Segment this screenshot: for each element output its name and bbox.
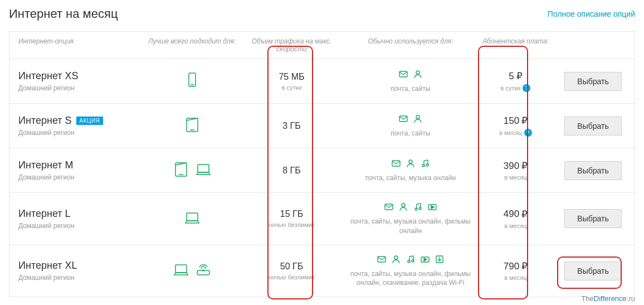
svg-point-27 [203,270,204,271]
laptop-icon [195,160,212,181]
person-icon [413,69,423,81]
table-row: Интернет SАКЦИЯДомашний регион3 ГБпочта,… [9,104,635,148]
traffic-value: 8 ГБ [282,166,301,176]
plan-subtitle: Домашний регион [18,84,75,92]
svg-rect-18 [187,213,198,221]
full-description-link[interactable]: Полное описание опций [548,9,635,18]
svg-point-22 [419,207,421,210]
price-sub: в месяц [504,222,526,229]
select-button[interactable]: Выбрать [564,209,621,228]
mail-icon [377,254,387,266]
svg-rect-2 [399,71,407,77]
music-icon [406,254,416,266]
svg-point-14 [409,160,412,163]
svg-point-31 [412,260,414,262]
music-icon [413,202,423,214]
select-button[interactable]: Выбрать [564,117,621,135]
info-icon[interactable]: ? [524,129,532,137]
usage-text: почта, сайты [391,129,430,138]
select-button[interactable]: Выбрать [564,72,621,91]
traffic-value: 50 ГБ [280,262,303,272]
svg-point-3 [416,71,419,74]
svg-rect-7 [399,116,407,122]
price-value: 390₽ [504,160,528,172]
ruble-icon: ₽ [521,115,528,127]
price-value: 490₽ [504,209,528,220]
ruble-icon: ₽ [521,209,528,220]
col-header-device: Лучше всего подходит для: [142,37,242,53]
plan-subtitle: Домашний регион [18,173,75,181]
phone-icon [184,71,201,91]
laptop-icon [184,209,201,229]
plan-subtitle: Домашний регион [18,274,75,282]
plan-title[interactable]: Интернет L [18,208,71,220]
ruble-icon: ₽ [521,160,528,172]
usage-text: почта, сайты [391,84,430,94]
promo-badge: АКЦИЯ [76,117,104,125]
download-icon [435,254,445,266]
traffic-value: 15 ГБ [280,209,303,219]
video-icon [427,202,437,214]
mail-icon [398,69,408,81]
traffic-sub: в сутки [281,84,301,91]
price-sub: в месяц [504,274,526,281]
router-icon [195,260,212,281]
person-icon [391,254,401,266]
select-button[interactable]: Выбрать [564,262,621,280]
price-sub: в сутки? [501,84,531,92]
mail-icon [384,202,394,214]
usage-text: почта, сайты, музыка онлайн, фильмы онла… [349,269,472,288]
plan-title[interactable]: Интернет M [18,159,74,171]
traffic-sub: ночью безлимит [269,274,315,280]
tablet-icon [173,160,189,181]
price-sub: в месяц [504,174,526,181]
ruble-icon: ₽ [516,70,523,82]
person-icon [406,158,416,170]
plan-subtitle: Домашний регион [18,129,75,137]
music-icon [420,158,430,170]
table-row: Интернет XLДомашний регион50 ГБночью без… [9,245,635,297]
table-row: Интернет LДомашний регион15 ГБночью безл… [9,193,635,245]
watermark: TheDifference.ru [581,294,635,303]
svg-rect-13 [392,161,400,166]
mail-icon [398,114,408,125]
price-value: 5₽ [509,70,522,82]
svg-rect-28 [378,256,386,262]
col-header-usage: Обычно используется для: [341,37,480,53]
price-value: 150₽ [504,115,528,127]
select-button[interactable]: Выбрать [564,161,621,180]
mail-icon [391,158,401,170]
person-icon [398,202,408,214]
col-header-price: Абонентская плата: [480,37,552,53]
svg-point-29 [394,256,398,259]
table-row: Интернет MДомашний регион8 ГБпочта, сайт… [9,148,635,193]
traffic-value: 75 МБ [279,72,304,82]
ruble-icon: ₽ [521,260,528,272]
svg-rect-19 [385,204,393,210]
info-icon[interactable]: ? [523,84,530,92]
table-header: Интернет-опция Лучше всего подходит для:… [9,32,635,59]
laptop-icon [173,260,189,281]
plan-title[interactable]: Интернет XS [18,70,79,82]
price-sub: в месяц? [499,129,531,137]
svg-rect-12 [198,164,209,172]
col-header-traffic: Объем трафика на макс. скорости [242,37,341,53]
svg-point-8 [416,115,419,119]
usage-text: почта, сайты, музыка онлайн, фильмы онла… [349,217,472,236]
traffic-sub: ночью безлимит [269,221,315,228]
plan-title[interactable]: Интернет XL [18,260,77,272]
plan-subtitle: Домашний регион [18,222,75,230]
svg-point-20 [402,204,405,207]
svg-point-16 [426,164,428,166]
usage-text: почта, сайты, музыка онлайн [365,173,456,183]
plan-title[interactable]: Интернет SАКЦИЯ [18,115,103,127]
page-title: Интернет на месяц [9,7,118,21]
svg-rect-25 [175,265,187,273]
plans-table: Интернет-опция Лучше всего подходит для:… [9,31,635,297]
person-icon [413,114,423,125]
video-icon [420,254,430,266]
tablet-icon [184,115,201,136]
table-row: Интернет XSДомашний регион75 МБв суткипо… [9,59,635,104]
traffic-value: 3 ГБ [282,121,301,131]
col-header-name: Интернет-опция [9,37,142,53]
